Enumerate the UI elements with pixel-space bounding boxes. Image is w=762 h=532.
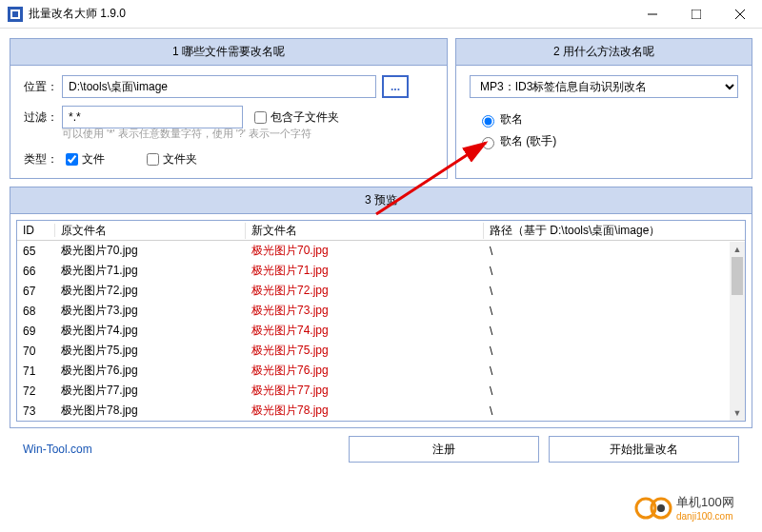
type-folder-label: 文件夹 xyxy=(163,151,197,167)
cell-new: 极光图片72.jpg xyxy=(246,283,484,299)
cell-orig: 极光图片77.jpg xyxy=(55,383,246,399)
cell-path: \ xyxy=(484,365,730,378)
table-row[interactable]: 71极光图片76.jpg极光图片76.jpg\ xyxy=(17,361,730,381)
panel-files: 1 哪些文件需要改名呢 位置： ... 过滤： 包含子文件夹 可以使用 '*' … xyxy=(10,38,448,179)
filter-hint: 可以使用 '*' 表示任意数量字符，使用 '?' 表示一个字符 xyxy=(62,127,433,141)
radio-songname-artist-input[interactable] xyxy=(482,137,494,149)
cell-orig: 极光图片71.jpg xyxy=(55,263,246,279)
cell-orig: 极光图片78.jpg xyxy=(55,403,246,419)
cell-new: 极光图片75.jpg xyxy=(246,343,484,359)
type-folder-checkbox[interactable]: 文件夹 xyxy=(143,150,197,168)
table-row[interactable]: 65极光图片70.jpg极光图片70.jpg\ xyxy=(17,241,730,261)
cell-orig: 极光图片76.jpg xyxy=(55,363,246,379)
cell-path: \ xyxy=(484,384,730,398)
table-row[interactable]: 69极光图片74.jpg极光图片74.jpg\ xyxy=(17,321,730,341)
cell-orig: 极光图片75.jpg xyxy=(55,343,246,359)
panel-preview: 3 预览 ID 原文件名 新文件名 路径（基于 D:\tools\桌面\imag… xyxy=(10,187,752,428)
cell-path: \ xyxy=(484,305,730,318)
register-button[interactable]: 注册 xyxy=(349,436,539,463)
scroll-down-icon[interactable]: ▼ xyxy=(730,405,745,421)
cell-id: 68 xyxy=(17,305,55,318)
table-row[interactable]: 72极光图片77.jpg极光图片77.jpg\ xyxy=(17,381,730,401)
radio-songname-artist-label: 歌名 (歌手) xyxy=(500,133,556,149)
table-body: 65极光图片70.jpg极光图片70.jpg\66极光图片71.jpg极光图片7… xyxy=(17,241,745,421)
cell-new: 极光图片73.jpg xyxy=(246,303,484,319)
browse-button[interactable]: ... xyxy=(382,75,409,98)
cell-new: 极光图片78.jpg xyxy=(246,403,484,419)
th-id[interactable]: ID xyxy=(17,224,55,237)
cell-orig: 极光图片73.jpg xyxy=(55,303,246,319)
panel-files-title: 1 哪些文件需要改名呢 xyxy=(10,39,447,66)
panel-method-title: 2 用什么方法改名呢 xyxy=(456,39,752,66)
cell-new: 极光图片76.jpg xyxy=(246,363,484,379)
panel-preview-title: 3 预览 xyxy=(10,187,752,214)
type-folder-input[interactable] xyxy=(147,153,159,166)
panel-method: 2 用什么方法改名呢 MP3：ID3标签信息自动识别改名 歌名 歌名 (歌手) xyxy=(455,38,752,179)
cell-id: 65 xyxy=(17,245,55,258)
cell-new: 极光图片71.jpg xyxy=(246,263,484,279)
filter-label: 过滤： xyxy=(24,109,62,126)
cell-id: 67 xyxy=(17,285,55,298)
include-subfolders-label: 包含子文件夹 xyxy=(271,109,339,126)
include-subfolders-checkbox[interactable]: 包含子文件夹 xyxy=(251,108,339,127)
cell-orig: 极光图片72.jpg xyxy=(55,283,246,299)
cell-id: 69 xyxy=(17,325,55,338)
footer-link[interactable]: Win-Tool.com xyxy=(23,443,92,456)
table-row[interactable]: 70极光图片75.jpg极光图片75.jpg\ xyxy=(17,341,730,361)
table-row[interactable]: 67极光图片72.jpg极光图片72.jpg\ xyxy=(17,281,730,301)
method-select[interactable]: MP3：ID3标签信息自动识别改名 xyxy=(470,75,738,98)
cell-id: 71 xyxy=(17,365,55,378)
scroll-thumb[interactable] xyxy=(732,257,743,295)
type-file-checkbox[interactable]: 文件 xyxy=(62,150,105,168)
titlebar: 批量改名大师 1.9.0 xyxy=(0,0,762,29)
type-label: 类型： xyxy=(24,151,62,167)
cell-path: \ xyxy=(484,345,730,358)
cell-new: 极光图片77.jpg xyxy=(246,383,484,399)
svg-rect-4 xyxy=(692,10,701,19)
th-path[interactable]: 路径（基于 D:\tools\桌面\image） xyxy=(484,223,745,239)
close-button[interactable] xyxy=(718,0,762,29)
cell-orig: 极光图片74.jpg xyxy=(55,323,246,339)
table-row[interactable]: 66极光图片71.jpg极光图片71.jpg\ xyxy=(17,261,730,281)
cell-path: \ xyxy=(484,285,730,298)
th-orig[interactable]: 原文件名 xyxy=(55,223,246,239)
table-header: ID 原文件名 新文件名 路径（基于 D:\tools\桌面\image） xyxy=(17,221,745,241)
scroll-up-icon[interactable]: ▲ xyxy=(730,242,745,257)
radio-songname-input[interactable] xyxy=(482,115,494,128)
radio-songname-artist[interactable]: 歌名 (歌手) xyxy=(477,133,738,149)
window-title: 批量改名大师 1.9.0 xyxy=(29,6,631,22)
table-row[interactable]: 73极光图片78.jpg极光图片78.jpg\ xyxy=(17,401,730,421)
type-file-label: 文件 xyxy=(82,151,105,167)
table-row[interactable]: 68极光图片73.jpg极光图片73.jpg\ xyxy=(17,301,730,321)
radio-songname[interactable]: 歌名 xyxy=(477,111,738,128)
radio-songname-label: 歌名 xyxy=(500,111,523,128)
include-subfolders-input[interactable] xyxy=(254,111,267,124)
cell-path: \ xyxy=(484,325,730,338)
cell-new: 极光图片74.jpg xyxy=(246,323,484,339)
cell-new: 极光图片70.jpg xyxy=(246,243,484,259)
scrollbar[interactable]: ▲ ▼ xyxy=(730,242,745,421)
th-new[interactable]: 新文件名 xyxy=(246,223,484,239)
minimize-button[interactable] xyxy=(631,0,674,29)
type-file-input[interactable] xyxy=(66,153,78,166)
svg-rect-2 xyxy=(12,11,18,17)
location-label: 位置： xyxy=(24,79,62,95)
maximize-button[interactable] xyxy=(674,0,718,29)
location-input[interactable] xyxy=(62,75,376,98)
cell-path: \ xyxy=(484,245,730,258)
cell-path: \ xyxy=(484,265,730,278)
cell-path: \ xyxy=(484,404,730,418)
app-icon xyxy=(8,7,23,22)
cell-id: 72 xyxy=(17,384,55,398)
scroll-track[interactable] xyxy=(730,257,745,405)
filter-input[interactable] xyxy=(62,106,243,128)
cell-id: 70 xyxy=(17,345,55,358)
cell-id: 66 xyxy=(17,265,55,278)
start-rename-button[interactable]: 开始批量改名 xyxy=(549,436,739,463)
cell-id: 73 xyxy=(17,404,55,418)
cell-orig: 极光图片70.jpg xyxy=(55,243,246,259)
